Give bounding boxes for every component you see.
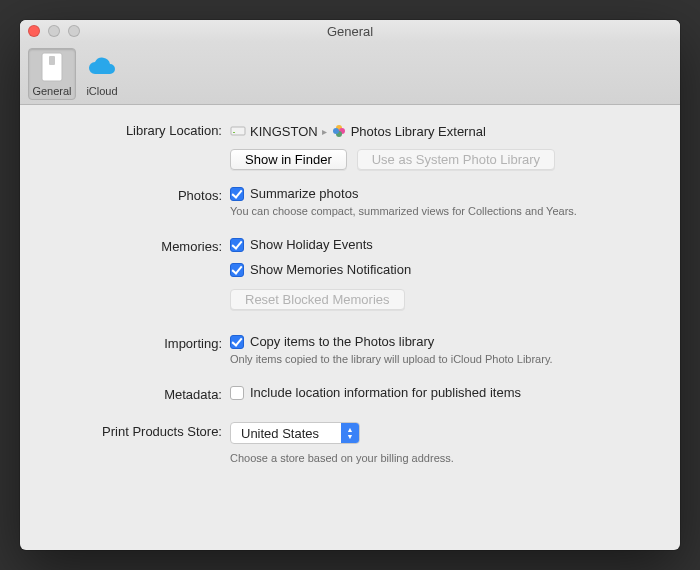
copy-items-checkbox[interactable] [230,335,244,349]
tab-general-label: General [32,85,71,97]
breadcrumb-library: Photos Library External [351,124,486,139]
svg-rect-1 [49,56,55,65]
print-products-store-value: United States [231,426,341,441]
include-location-label[interactable]: Include location information for publish… [250,385,521,400]
general-icon [36,51,68,83]
photos-library-icon [331,123,347,139]
titlebar: General [20,20,680,42]
metadata-label: Metadata: [40,385,230,402]
copy-items-label[interactable]: Copy items to the Photos library [250,334,434,349]
zoom-icon [68,25,80,37]
summarize-photos-checkbox[interactable] [230,187,244,201]
minimize-icon [48,25,60,37]
summarize-photos-hint: You can choose compact, summarized views… [230,205,577,217]
toolbar: General iCloud [20,42,680,105]
svg-rect-3 [233,132,235,133]
drive-icon [230,123,246,139]
library-location-path: KINGSTON ▸ Photos Library External [230,121,486,139]
reset-blocked-memories-button: Reset Blocked Memories [230,289,405,310]
use-as-system-library-button: Use as System Photo Library [357,149,555,170]
window-controls [28,25,80,37]
print-products-store-hint: Choose a store based on your billing add… [230,452,454,464]
chevron-right-icon: ▸ [322,126,327,137]
show-holiday-events-label[interactable]: Show Holiday Events [250,237,373,252]
photos-label: Photos: [40,186,230,203]
tab-icloud[interactable]: iCloud [78,48,126,100]
close-icon[interactable] [28,25,40,37]
preferences-window: General General iCloud Library Location: [20,20,680,550]
show-holiday-events-checkbox[interactable] [230,238,244,252]
icloud-icon [86,51,118,83]
print-products-store-label: Print Products Store: [40,422,230,439]
summarize-photos-label[interactable]: Summarize photos [250,186,358,201]
library-location-label: Library Location: [40,121,230,138]
breadcrumb-volume: KINGSTON [250,124,318,139]
include-location-checkbox[interactable] [230,386,244,400]
tab-general[interactable]: General [28,48,76,100]
show-in-finder-button[interactable]: Show in Finder [230,149,347,170]
show-memories-notification-checkbox[interactable] [230,263,244,277]
importing-hint: Only items copied to the library will up… [230,353,553,365]
print-products-store-select[interactable]: United States ▲▼ [230,422,360,444]
show-memories-notification-label[interactable]: Show Memories Notification [250,262,411,277]
select-stepper-icon: ▲▼ [341,423,359,443]
tab-icloud-label: iCloud [86,85,117,97]
memories-label: Memories: [40,237,230,254]
window-title: General [28,24,672,39]
importing-label: Importing: [40,334,230,351]
content: Library Location: KINGSTON ▸ Photos Libr… [20,105,680,550]
svg-point-7 [333,128,339,134]
svg-rect-2 [231,127,245,135]
